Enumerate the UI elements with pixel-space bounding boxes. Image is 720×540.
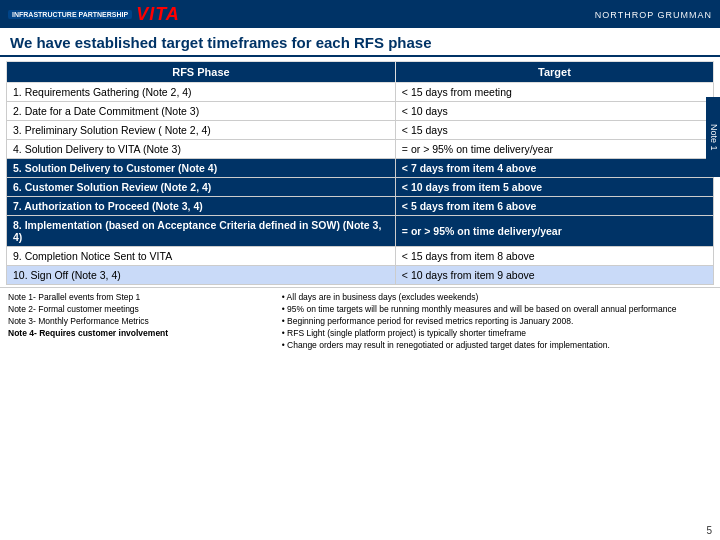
- page-number: 5: [706, 525, 712, 536]
- footer-right-note: • RFS Light (single platform project) is…: [282, 328, 712, 339]
- footer-right-note: • Change orders may result in renegotiat…: [282, 340, 712, 351]
- phase-cell: 6. Customer Solution Review (Note 2, 4): [7, 178, 396, 197]
- table-row: 8. Implementation (based on Acceptance C…: [7, 216, 714, 247]
- footer-notes-left: Note 1- Parallel events from Step 1Note …: [8, 292, 272, 352]
- target-cell: = or > 95% on time delivery/year: [395, 216, 713, 247]
- phase-cell: 1. Requirements Gathering (Note 2, 4): [7, 83, 396, 102]
- footer-left-note: Note 2- Formal customer meetings: [8, 304, 272, 315]
- table-row: 4. Solution Delivery to VITA (Note 3) = …: [7, 140, 714, 159]
- table-row: 7. Authorization to Proceed (Note 3, 4) …: [7, 197, 714, 216]
- footer-left-note: Note 4- Requires customer involvement: [8, 328, 272, 339]
- target-cell: < 10 days: [395, 102, 713, 121]
- footer-left-note: Note 3- Monthly Performance Metrics: [8, 316, 272, 327]
- target-cell: < 10 days from item 5 above: [395, 178, 713, 197]
- phase-cell: 8. Implementation (based on Acceptance C…: [7, 216, 396, 247]
- footer-right-note: • Beginning performance period for revis…: [282, 316, 712, 327]
- target-cell: = or > 95% on time delivery/year: [395, 140, 713, 159]
- phase-cell: 10. Sign Off (Note 3, 4): [7, 266, 396, 285]
- phase-cell: 5. Solution Delivery to Customer (Note 4…: [7, 159, 396, 178]
- ng-label: NORTHROP GRUMMAN: [595, 10, 712, 20]
- table-row: 1. Requirements Gathering (Note 2, 4) < …: [7, 83, 714, 102]
- col-target-header: Target: [395, 62, 713, 83]
- target-cell: < 15 days: [395, 121, 713, 140]
- table-row: 5. Solution Delivery to Customer (Note 4…: [7, 159, 714, 178]
- footer-notes-right: • All days are in business days (exclude…: [282, 292, 712, 352]
- table-row: 10. Sign Off (Note 3, 4) < 10 days from …: [7, 266, 714, 285]
- footer-right-note: • All days are in business days (exclude…: [282, 292, 712, 303]
- northrop-grumman-logo: NORTHROP GRUMMAN: [595, 8, 712, 20]
- target-cell: < 10 days from item 9 above: [395, 266, 713, 285]
- target-cell: < 15 days from meeting: [395, 83, 713, 102]
- phase-cell: 4. Solution Delivery to VITA (Note 3): [7, 140, 396, 159]
- page-title: We have established target timeframes fo…: [10, 34, 710, 51]
- phase-cell: 9. Completion Notice Sent to VITA: [7, 247, 396, 266]
- footer-right-note: • 95% on time targets will be running mo…: [282, 304, 712, 315]
- vita-logo: VITA: [136, 4, 180, 25]
- target-cell: < 15 days from item 8 above: [395, 247, 713, 266]
- target-cell: < 7 days from item 4 above: [395, 159, 713, 178]
- phase-cell: 7. Authorization to Proceed (Note 3, 4): [7, 197, 396, 216]
- target-cell: < 5 days from item 6 above: [395, 197, 713, 216]
- table-row: 6. Customer Solution Review (Note 2, 4) …: [7, 178, 714, 197]
- col-phase-header: RFS Phase: [7, 62, 396, 83]
- footer-left-note: Note 1- Parallel events from Step 1: [8, 292, 272, 303]
- table-row: 9. Completion Notice Sent to VITA < 15 d…: [7, 247, 714, 266]
- phase-cell: 3. Preliminary Solution Review ( Note 2,…: [7, 121, 396, 140]
- infra-badge: INFRASTRUCTURE PARTNERSHIP: [8, 10, 132, 19]
- phase-cell: 2. Date for a Date Commitment (Note 3): [7, 102, 396, 121]
- table-row: 2. Date for a Date Commitment (Note 3) <…: [7, 102, 714, 121]
- note1-box: Note 1: [706, 97, 720, 177]
- table-row: 3. Preliminary Solution Review ( Note 2,…: [7, 121, 714, 140]
